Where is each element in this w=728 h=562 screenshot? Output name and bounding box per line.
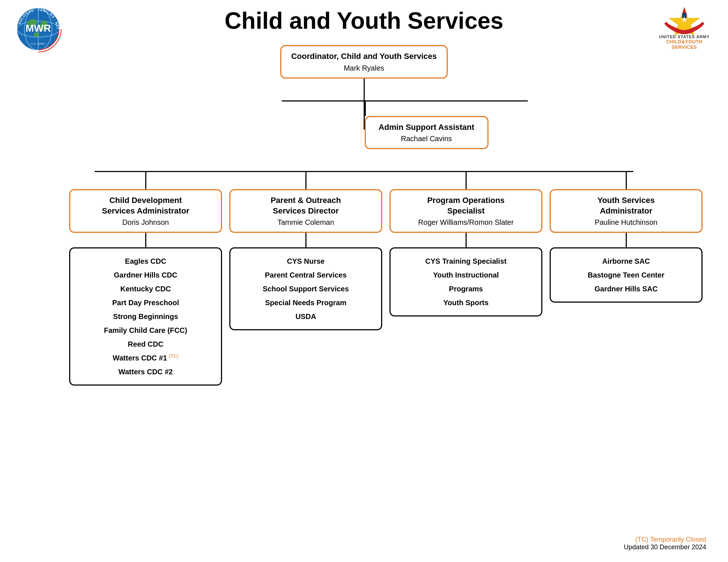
v-line-branch-2-sub xyxy=(466,233,467,247)
branch-3-sub-box: Airborne SAC Bastogne Teen Center Gardne… xyxy=(550,247,703,303)
branch-col-3: Youth ServicesAdministrator Pauline Hutc… xyxy=(550,171,703,303)
branch-0-items: Eagles CDC Gardner Hills CDC Kentucky CD… xyxy=(78,254,214,379)
branch-1-title: Parent & OutreachServices Director xyxy=(238,195,374,216)
v-line-branch-0 xyxy=(145,171,146,189)
branch-col-1: Parent & OutreachServices Director Tammi… xyxy=(229,171,382,330)
branch-0-sub-box: Eagles CDC Gardner Hills CDC Kentucky CD… xyxy=(69,247,222,386)
admin-node-name: Rachael Cavins xyxy=(373,135,480,143)
updated-date: Updated 30 December 2024 xyxy=(624,543,706,551)
top-node-name: Mark Ryales xyxy=(289,64,439,72)
top-node-title: Coordinator, Child and Youth Services xyxy=(289,51,439,62)
admin-node-box: Admin Support Assistant Rachael Cavins xyxy=(365,116,488,150)
branch-2-items: CYS Training Specialist Youth Instructio… xyxy=(398,254,534,310)
branch-0-title: Child DevelopmentServices Administrator xyxy=(78,195,214,216)
branch-3-items: Airborne SAC Bastogne Teen Center Gardne… xyxy=(558,254,694,296)
svg-marker-13 xyxy=(682,7,686,13)
page-title: Child and Youth Services xyxy=(225,7,503,34)
v-line-branch-1-sub xyxy=(305,233,306,247)
tc-footnote-label: (TC) Temporarily Closed xyxy=(624,536,706,543)
org-chart: Coordinator, Child and Youth Services Ma… xyxy=(0,38,728,407)
branch-col-0: Child DevelopmentServices Administrator … xyxy=(69,171,222,386)
v-line-branch-2 xyxy=(466,171,467,189)
branch-col-2: Program OperationsSpecialist Roger Willi… xyxy=(389,171,542,316)
branch-1-items: CYS Nurse Parent Central Services School… xyxy=(238,254,374,323)
v-line-admin xyxy=(365,101,366,116)
footnote: (TC) Temporarily Closed Updated 30 Decem… xyxy=(624,536,706,551)
branch-2-title: Program OperationsSpecialist xyxy=(398,195,534,216)
branch-1-sub-box: CYS Nurse Parent Central Services School… xyxy=(229,247,382,330)
v-line-branch-3-sub xyxy=(626,233,627,247)
header: SOLDIERS · FAMILIES · RETIREES · CIVILIA… xyxy=(0,0,728,38)
branch-2-title-box: Program OperationsSpecialist Roger Willi… xyxy=(389,189,542,233)
branch-3-title: Youth ServicesAdministrator xyxy=(558,195,694,216)
tc-badge-0: (TC) xyxy=(169,354,178,359)
v-line-branch-0-sub xyxy=(145,233,146,247)
v-line-branch-1 xyxy=(305,171,306,189)
svg-text:MWR: MWR xyxy=(25,23,51,34)
top-node-box: Coordinator, Child and Youth Services Ma… xyxy=(280,45,448,79)
branch-1-name: Tammie Coleman xyxy=(238,218,374,227)
branch-1-title-box: Parent & OutreachServices Director Tammi… xyxy=(229,189,382,233)
branch-3-title-box: Youth ServicesAdministrator Pauline Hutc… xyxy=(550,189,703,233)
branch-3-name: Pauline Hutchinson xyxy=(558,218,694,227)
branch-2-name: Roger Williams/Romon Slater xyxy=(398,218,534,227)
branch-0-name: Doris Johnson xyxy=(78,218,214,227)
top-section: Coordinator, Child and Youth Services Ma… xyxy=(15,45,713,386)
v-line-top xyxy=(364,79,365,100)
branch-0-title-box: Child DevelopmentServices Administrator … xyxy=(69,189,222,233)
h-branch-line xyxy=(95,171,633,172)
branch-2-sub-box: CYS Training Specialist Youth Instructio… xyxy=(389,247,542,316)
admin-node-title: Admin Support Assistant xyxy=(373,122,480,133)
v-line-branch-3 xyxy=(626,171,627,189)
